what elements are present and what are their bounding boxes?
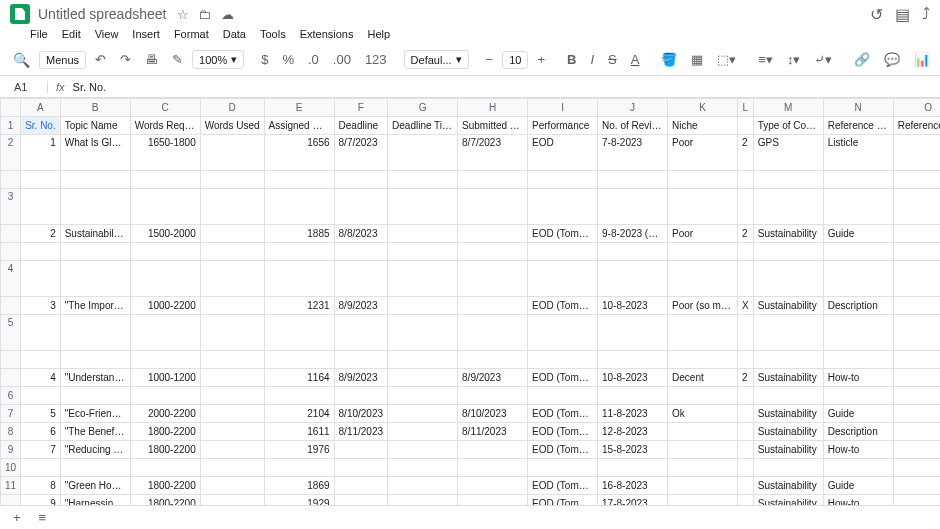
cell[interactable]: 1000-1200 bbox=[130, 369, 200, 387]
cell[interactable] bbox=[334, 441, 388, 459]
cell[interactable] bbox=[388, 297, 458, 315]
row-header[interactable]: 2 bbox=[1, 135, 21, 171]
cell[interactable] bbox=[598, 387, 668, 405]
menu-file[interactable]: File bbox=[30, 28, 48, 40]
menu-insert[interactable]: Insert bbox=[132, 28, 160, 40]
cell[interactable] bbox=[823, 459, 893, 477]
cell[interactable] bbox=[200, 171, 264, 189]
cell[interactable]: 1656 bbox=[264, 135, 334, 171]
cell[interactable] bbox=[668, 459, 738, 477]
cell[interactable]: Sustainability bbox=[753, 477, 823, 495]
cell[interactable] bbox=[334, 459, 388, 477]
cell[interactable] bbox=[893, 477, 940, 495]
cell[interactable]: Description bbox=[823, 423, 893, 441]
all-sheets-icon[interactable]: ≡ bbox=[34, 507, 52, 528]
cell[interactable] bbox=[21, 315, 61, 351]
cell[interactable] bbox=[598, 243, 668, 261]
cell[interactable] bbox=[598, 315, 668, 351]
cell[interactable]: Deadline Time bbox=[388, 117, 458, 135]
row-header[interactable] bbox=[1, 297, 21, 315]
cell[interactable]: Description bbox=[823, 297, 893, 315]
cell[interactable] bbox=[200, 387, 264, 405]
cell[interactable] bbox=[458, 261, 528, 297]
col-header[interactable] bbox=[1, 99, 21, 117]
cell[interactable] bbox=[200, 477, 264, 495]
cell[interactable] bbox=[200, 297, 264, 315]
cell[interactable] bbox=[823, 171, 893, 189]
cell[interactable]: EOD (Tomorrow bbox=[528, 477, 598, 495]
sheets-logo[interactable] bbox=[10, 4, 30, 24]
col-header[interactable]: F bbox=[334, 99, 388, 117]
cell[interactable] bbox=[458, 387, 528, 405]
cell[interactable]: 2 bbox=[738, 135, 754, 171]
cell[interactable] bbox=[130, 171, 200, 189]
cell[interactable]: X bbox=[738, 297, 754, 315]
menus-btn[interactable]: Menus bbox=[39, 51, 86, 69]
row-header[interactable] bbox=[1, 171, 21, 189]
cell[interactable] bbox=[60, 189, 130, 225]
cell[interactable]: Reference Docu bbox=[893, 117, 940, 135]
cell[interactable] bbox=[893, 171, 940, 189]
cell[interactable] bbox=[200, 135, 264, 171]
cell[interactable]: Submitted Date bbox=[458, 117, 528, 135]
cell[interactable] bbox=[893, 225, 940, 243]
borders-icon[interactable]: ▦ bbox=[686, 49, 708, 70]
menu-help[interactable]: Help bbox=[367, 28, 390, 40]
cell[interactable] bbox=[334, 189, 388, 225]
cell[interactable] bbox=[60, 315, 130, 351]
cell[interactable]: Poor bbox=[668, 135, 738, 171]
cell[interactable] bbox=[598, 351, 668, 369]
halign-icon[interactable]: ≡▾ bbox=[753, 49, 778, 70]
cell[interactable] bbox=[598, 171, 668, 189]
cell[interactable]: Sr. No. bbox=[21, 117, 61, 135]
cell[interactable] bbox=[200, 243, 264, 261]
cell[interactable] bbox=[753, 459, 823, 477]
cell[interactable] bbox=[668, 351, 738, 369]
cell[interactable] bbox=[753, 315, 823, 351]
cell[interactable]: Sustainability bbox=[753, 405, 823, 423]
cell[interactable] bbox=[388, 135, 458, 171]
cell[interactable]: "The Benefits of bbox=[60, 423, 130, 441]
cell[interactable] bbox=[388, 459, 458, 477]
more-formats-icon[interactable]: 123 bbox=[360, 49, 392, 70]
spreadsheet-grid[interactable]: ABCDEFGHIJKLMNOPQRS1Sr. No.Topic NameWor… bbox=[0, 98, 940, 517]
cell[interactable]: EOD (Tomorrow bbox=[528, 423, 598, 441]
cell[interactable]: 2 bbox=[738, 225, 754, 243]
cell[interactable] bbox=[893, 423, 940, 441]
cell[interactable]: 2000-2200 bbox=[130, 405, 200, 423]
cell[interactable] bbox=[893, 189, 940, 225]
cell[interactable] bbox=[334, 387, 388, 405]
cell[interactable]: 1650-1800 bbox=[130, 135, 200, 171]
redo-icon[interactable]: ↷ bbox=[115, 49, 136, 70]
move-icon[interactable]: 🗀 bbox=[198, 7, 211, 22]
cell[interactable] bbox=[388, 369, 458, 387]
cell[interactable] bbox=[200, 225, 264, 243]
row-header[interactable]: 9 bbox=[1, 441, 21, 459]
cell[interactable] bbox=[738, 261, 754, 297]
cell[interactable]: 7 bbox=[21, 441, 61, 459]
cell[interactable]: "Reducing Food bbox=[60, 441, 130, 459]
col-header[interactable]: K bbox=[668, 99, 738, 117]
cell[interactable]: "Eco-Friendly Sh bbox=[60, 405, 130, 423]
cell[interactable] bbox=[528, 315, 598, 351]
cell[interactable] bbox=[334, 243, 388, 261]
cell[interactable]: EOD (Tomorrow bbox=[528, 225, 598, 243]
cell[interactable] bbox=[738, 405, 754, 423]
row-header[interactable]: 6 bbox=[1, 387, 21, 405]
name-box[interactable]: A1 bbox=[8, 81, 48, 93]
cell[interactable]: How-to bbox=[823, 369, 893, 387]
row-header[interactable]: 1 bbox=[1, 117, 21, 135]
cell[interactable] bbox=[388, 189, 458, 225]
chart-icon[interactable]: 📊 bbox=[909, 49, 935, 70]
cell[interactable] bbox=[528, 387, 598, 405]
cell[interactable]: 1800-2200 bbox=[130, 423, 200, 441]
cell[interactable] bbox=[130, 315, 200, 351]
row-header[interactable] bbox=[1, 225, 21, 243]
wrap-icon[interactable]: ⤶▾ bbox=[809, 49, 837, 70]
undo-icon[interactable]: ↶ bbox=[90, 49, 111, 70]
formula-bar[interactable]: Sr. No. bbox=[73, 81, 107, 93]
cell[interactable] bbox=[130, 243, 200, 261]
cell[interactable]: 8/7/2023 bbox=[458, 135, 528, 171]
cell[interactable] bbox=[893, 459, 940, 477]
cell[interactable]: 2 bbox=[21, 225, 61, 243]
